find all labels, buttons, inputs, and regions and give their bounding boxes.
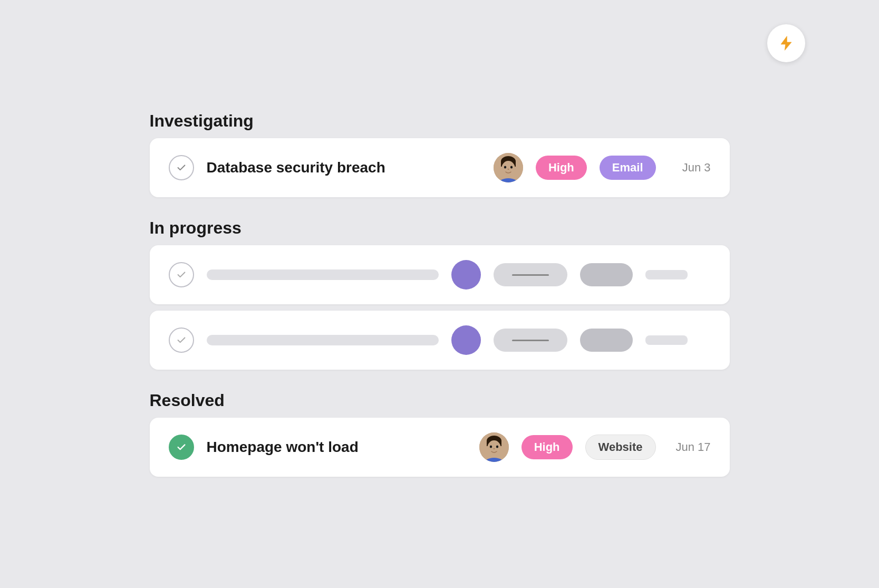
skeleton-channel-item-2 bbox=[580, 263, 633, 286]
avatar-item-1 bbox=[494, 153, 523, 182]
avatar-placeholder-item-3 bbox=[451, 325, 481, 355]
svg-point-13 bbox=[489, 446, 491, 448]
check-icon-item-2 bbox=[169, 262, 194, 287]
avatar-placeholder-item-2 bbox=[451, 260, 481, 290]
skeleton-priority-item-2 bbox=[494, 263, 567, 286]
skeleton-date-item-2 bbox=[645, 270, 688, 279]
skeleton-channel-item-3 bbox=[580, 329, 633, 352]
date-item-1: Jun 3 bbox=[669, 161, 711, 175]
card-item-1[interactable]: Database security breach bbox=[150, 138, 730, 197]
lightning-button[interactable] bbox=[767, 24, 805, 62]
svg-point-3 bbox=[501, 161, 515, 177]
section-in-progress: In progress bbox=[150, 218, 730, 370]
task-title-item-4: Homepage won't load bbox=[207, 439, 467, 456]
section-resolved: Resolved Homepage won't load bbox=[150, 391, 730, 477]
check-icon-item-4 bbox=[169, 435, 194, 460]
check-icon-item-1 bbox=[169, 155, 194, 180]
svg-point-4 bbox=[504, 166, 506, 169]
skeleton-title-item-2 bbox=[207, 269, 439, 280]
svg-point-12 bbox=[487, 440, 501, 456]
priority-badge-item-1: High bbox=[536, 156, 587, 180]
date-item-4: Jun 17 bbox=[669, 440, 711, 454]
lightning-icon bbox=[778, 35, 795, 52]
svg-point-15 bbox=[486, 446, 489, 450]
svg-point-14 bbox=[496, 446, 498, 448]
section-title-resolved: Resolved bbox=[150, 391, 730, 410]
section-title-in-progress: In progress bbox=[150, 218, 730, 238]
check-icon-item-3 bbox=[169, 327, 194, 353]
skeleton-priority-item-3 bbox=[494, 329, 567, 352]
avatar-item-4 bbox=[479, 432, 509, 462]
priority-badge-item-4: High bbox=[521, 435, 573, 459]
section-investigating: Investigating Database security breach bbox=[150, 111, 730, 197]
channel-badge-item-1: Email bbox=[600, 156, 656, 180]
card-item-3[interactable] bbox=[150, 311, 730, 370]
svg-point-5 bbox=[510, 166, 513, 169]
svg-point-6 bbox=[500, 167, 503, 171]
svg-point-7 bbox=[514, 167, 517, 171]
svg-point-16 bbox=[499, 446, 503, 450]
task-title-item-1: Database security breach bbox=[207, 159, 481, 176]
skeleton-title-item-3 bbox=[207, 335, 439, 345]
card-item-2[interactable] bbox=[150, 245, 730, 304]
main-container: Investigating Database security breach bbox=[150, 90, 730, 498]
section-title-investigating: Investigating bbox=[150, 111, 730, 131]
channel-badge-item-4: Website bbox=[585, 435, 656, 460]
card-item-4[interactable]: Homepage won't load High bbox=[150, 418, 730, 477]
skeleton-date-item-3 bbox=[645, 335, 688, 345]
